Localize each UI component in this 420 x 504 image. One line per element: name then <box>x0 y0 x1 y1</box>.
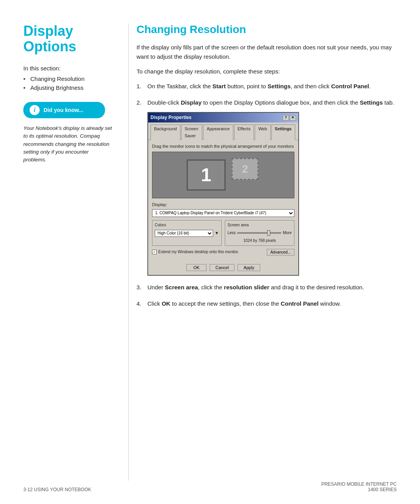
step-1: 1. On the Taskbar, click the Start butto… <box>136 82 397 91</box>
display-properties-dialog: Display Properties ? ✕ Background Screen… <box>147 112 299 276</box>
display-dropdown[interactable]: 1. COMPAQ Laptop Display Panel on Triden… <box>152 209 294 217</box>
dialog-wrapper: Display Properties ? ✕ Background Screen… <box>147 112 397 276</box>
step-num-2: 2. <box>136 98 142 107</box>
tab-effects[interactable]: Effects <box>234 124 254 140</box>
bold-resolution-slider: resolution slider <box>224 284 270 290</box>
dialog-close-btn[interactable]: ✕ <box>290 115 296 121</box>
colors-legend: Colors <box>155 222 219 228</box>
step-num-3: 3. <box>136 283 142 292</box>
colors-screen-area-row: Colors High Color (16 bit) ▼ <box>152 220 294 246</box>
slider-less-label: Less <box>228 230 236 236</box>
step-num-1: 1. <box>136 82 142 91</box>
tab-screensaver[interactable]: Screen Saver <box>181 124 203 140</box>
step-4: 4. Click OK to accept the new settings, … <box>136 299 397 308</box>
page-footer: 3-12 Using Your Notebook Presario Mobile… <box>23 481 397 492</box>
section-title: Changing Resolution <box>136 23 397 36</box>
intro-paragraph-2: To change the display resolution, comple… <box>136 67 397 76</box>
tab-background[interactable]: Background <box>150 124 180 140</box>
tab-settings[interactable]: Settings <box>271 124 295 140</box>
step-2-text: Double-click Display to open the Display… <box>147 99 394 106</box>
bold-start: Start <box>212 83 226 89</box>
display-dropdown-row: 1. COMPAQ Laptop Display Panel on Triden… <box>152 209 294 217</box>
right-column: Changing Resolution If the display only … <box>129 23 397 481</box>
list-item: Adjusting Brightness <box>23 84 113 91</box>
list-item: Changing Resolution <box>23 75 113 82</box>
screen-area-group: Screen area Less More 1024 by 768 pixel <box>225 220 294 246</box>
in-this-section-label: In this section: <box>23 65 113 72</box>
display-label: Display: <box>152 201 294 208</box>
bold-control-panel-2: Control Panel <box>281 300 319 307</box>
bold-ok: OK <box>162 300 171 307</box>
step-list: 1. On the Taskbar, click the Start butto… <box>136 82 397 308</box>
drag-instruction: Drag the monitor icons to match the phys… <box>152 143 294 150</box>
resolution-slider[interactable] <box>237 232 281 234</box>
extend-checkbox[interactable]: ✓ <box>152 250 157 254</box>
monitor-1: 1 <box>187 159 226 191</box>
extend-label: Extend my Windows desktop onto this moni… <box>158 249 265 255</box>
colors-dropdown-arrow: ▼ <box>215 230 219 237</box>
dialog-title: Display Properties <box>150 114 191 121</box>
bullet-list: Changing Resolution Adjusting Brightness <box>23 75 113 91</box>
monitor-2: 2 <box>232 158 258 180</box>
footer-right-line2: 1400 Series <box>321 487 397 492</box>
extend-checkbox-row: ✓ Extend my Windows desktop onto this mo… <box>152 249 294 256</box>
step-2: 2. Double-click Display to open the Disp… <box>136 98 397 276</box>
did-you-know-box: i Did you know... <box>23 102 105 118</box>
advanced-button[interactable]: Advanced... <box>267 249 294 256</box>
step-3-text: Under Screen area, click the resolution … <box>147 284 364 290</box>
step-3: 3. Under Screen area, click the resoluti… <box>136 283 397 292</box>
page-title: Display Options <box>23 23 113 54</box>
bold-settings-1: Settings <box>268 83 290 89</box>
italic-note: Your Notebook's display is already set t… <box>23 124 113 164</box>
footer-right: Presario Mobile Internet PC 1400 Series <box>321 481 397 492</box>
slider-more-label: More <box>283 230 292 236</box>
bold-display: Display <box>181 99 201 106</box>
step-num-4: 4. <box>136 299 142 308</box>
dialog-body: Drag the monitor icons to match the phys… <box>148 140 298 261</box>
dialog-titlebar-buttons: ? ✕ <box>283 115 296 121</box>
bold-settings-2: Settings <box>360 99 383 106</box>
screen-area-legend: Screen area <box>228 222 292 228</box>
screen-pixels: 1024 by 768 pixels <box>228 238 292 244</box>
intro-paragraph-1: If the display only fills part of the sc… <box>136 43 397 61</box>
bold-control-panel-1: Control Panel <box>331 83 369 89</box>
dialog-titlebar: Display Properties ? ✕ <box>148 113 298 122</box>
did-you-know-label: Did you know... <box>44 107 83 113</box>
left-column: Display Options In this section: Changin… <box>23 23 128 481</box>
colors-dropdown[interactable]: High Color (16 bit) <box>155 230 213 237</box>
dialog-tabs: Background Screen Saver Appearance Effec… <box>148 122 298 140</box>
apply-button[interactable]: Apply <box>238 264 260 271</box>
footer-left: 3-12 Using Your Notebook <box>23 487 91 492</box>
cancel-button[interactable]: Cancel <box>210 264 234 271</box>
footer-right-line1: Presario Mobile Internet PC <box>321 481 397 487</box>
colors-dropdown-row: High Color (16 bit) ▼ <box>155 230 219 237</box>
step-4-text: Click OK to accept the new settings, the… <box>147 300 341 307</box>
info-icon: i <box>30 105 40 115</box>
screen-slider-row: Less More <box>228 230 292 236</box>
step-1-text: On the Taskbar, click the Start button, … <box>147 83 371 89</box>
bold-screen-area: Screen area <box>165 284 198 290</box>
colors-group: Colors High Color (16 bit) ▼ <box>152 220 222 246</box>
monitor-preview-area: 1 2 <box>152 152 294 198</box>
ok-button[interactable]: OK <box>186 264 206 271</box>
tab-appearance[interactable]: Appearance <box>203 124 233 140</box>
slider-thumb <box>267 230 270 236</box>
tab-web[interactable]: Web <box>255 124 270 140</box>
dialog-help-btn[interactable]: ? <box>283 115 289 121</box>
dialog-footer: OK Cancel Apply <box>148 262 298 275</box>
